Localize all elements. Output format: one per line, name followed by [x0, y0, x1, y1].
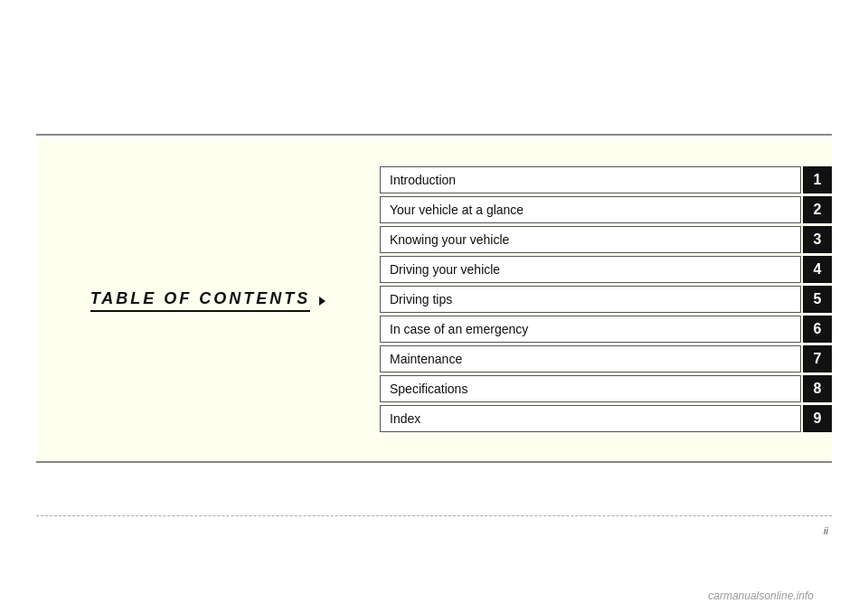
toc-label-2: Your vehicle at a glance	[380, 196, 801, 223]
toc-row[interactable]: Driving tips5	[380, 286, 832, 313]
toc-triangle-icon	[319, 297, 326, 306]
page-number: ii	[824, 525, 828, 536]
toc-number-2: 2	[803, 196, 832, 223]
toc-number-6: 6	[803, 316, 832, 343]
toc-number-9: 9	[803, 405, 832, 432]
toc-number-3: 3	[803, 226, 832, 253]
toc-row[interactable]: Maintenance7	[380, 345, 832, 373]
toc-row[interactable]: Your vehicle at a glance2	[380, 196, 832, 223]
dashed-rule	[36, 515, 832, 516]
toc-number-7: 7	[803, 345, 832, 373]
toc-row[interactable]: Specifications8	[380, 375, 832, 402]
toc-row[interactable]: Driving your vehicle4	[380, 256, 832, 283]
toc-row[interactable]: Knowing your vehicle3	[380, 226, 832, 253]
toc-label-8: Specifications	[380, 375, 801, 402]
toc-number-8: 8	[803, 375, 832, 402]
toc-label-7: Maintenance	[380, 345, 801, 373]
toc-number-1: 1	[803, 166, 832, 193]
toc-row[interactable]: Introduction1	[380, 166, 832, 193]
toc-row[interactable]: In case of an emergency6	[380, 316, 832, 343]
toc-number-5: 5	[803, 286, 832, 313]
toc-title-container: TABLE OF CONTENTS	[90, 289, 326, 312]
toc-label-4: Driving your vehicle	[380, 256, 801, 283]
toc-title-text: TABLE OF CONTENTS	[90, 289, 311, 312]
toc-label-5: Driving tips	[380, 286, 801, 313]
bottom-rule	[36, 461, 832, 463]
watermark: carmanualsonline.info	[708, 589, 814, 602]
page-container: TABLE OF CONTENTS Introduction1Your vehi…	[0, 0, 868, 613]
toc-row[interactable]: Index9	[380, 405, 832, 432]
toc-label-1: Introduction	[380, 166, 801, 193]
toc-number-4: 4	[803, 256, 832, 283]
toc-label-9: Index	[380, 405, 801, 432]
toc-label-6: In case of an emergency	[380, 316, 801, 343]
top-rule	[36, 134, 832, 136]
toc-entries-panel: Introduction1Your vehicle at a glance2Kn…	[380, 140, 832, 461]
toc-label-3: Knowing your vehicle	[380, 226, 801, 253]
left-panel: TABLE OF CONTENTS	[36, 140, 380, 461]
